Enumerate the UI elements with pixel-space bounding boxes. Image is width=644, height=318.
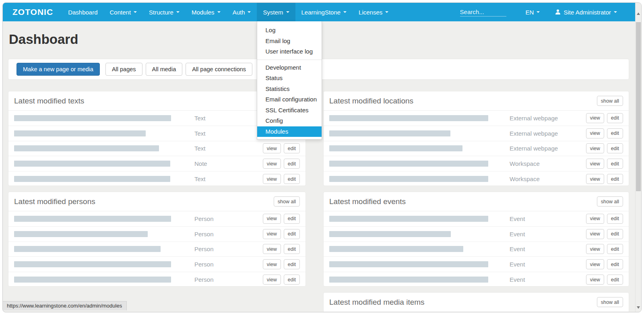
record-title-cell: [14, 231, 194, 237]
view-button[interactable]: view: [586, 174, 604, 184]
edit-button[interactable]: edit: [284, 174, 300, 184]
view-button[interactable]: view: [263, 259, 281, 269]
edit-button[interactable]: edit: [607, 113, 623, 123]
menu-item-ssl-certificates[interactable]: SSL Certificates: [257, 105, 322, 116]
caret-down-icon: [134, 11, 137, 13]
menu-item-user-interface-log[interactable]: User interface log: [257, 46, 322, 57]
edit-button[interactable]: edit: [284, 229, 300, 239]
edit-button[interactable]: edit: [607, 275, 623, 285]
nav-item-label: Content: [110, 9, 131, 16]
record-title-cell: [14, 115, 194, 121]
caret-down-icon: [176, 11, 180, 13]
nav-item-modules[interactable]: Modules: [186, 3, 227, 21]
navbar-right: EN Site Administrator: [460, 3, 617, 21]
menu-item-statistics[interactable]: Statistics: [257, 84, 322, 95]
view-button[interactable]: view: [263, 214, 281, 224]
record-type-label: External webpage: [510, 145, 586, 152]
record-row: Personviewedit: [8, 211, 305, 226]
scrollbar-thumb[interactable]: [636, 22, 641, 191]
edit-button[interactable]: edit: [607, 174, 623, 184]
menu-item-config[interactable]: Config: [257, 116, 322, 126]
all-media-button[interactable]: All media: [146, 63, 183, 76]
search-input[interactable]: [460, 8, 506, 17]
scroll-up-arrow-icon[interactable]: [637, 12, 640, 15]
show-all-button[interactable]: show all: [597, 196, 623, 206]
view-button[interactable]: view: [263, 229, 281, 239]
edit-button[interactable]: edit: [284, 159, 300, 169]
edit-button[interactable]: edit: [607, 143, 623, 153]
redacted-title-bar: [14, 115, 171, 121]
redacted-title-bar: [14, 176, 170, 182]
menu-item-email-configuration[interactable]: Email configuration: [257, 94, 322, 105]
record-row: Personviewedit: [8, 242, 305, 257]
view-button[interactable]: view: [586, 244, 604, 254]
show-all-button[interactable]: show all: [274, 196, 300, 206]
menu-item-development[interactable]: Development: [257, 62, 322, 73]
show-all-button[interactable]: show all: [597, 96, 623, 106]
record-row: Textviewedit: [8, 171, 305, 186]
edit-button[interactable]: edit: [607, 128, 623, 138]
nav-item-auth[interactable]: Auth: [227, 3, 257, 21]
edit-button[interactable]: edit: [284, 244, 300, 254]
show-all-button[interactable]: show all: [597, 297, 623, 307]
row-actions: viewedit: [263, 275, 300, 285]
user-menu[interactable]: Site Administrator: [555, 9, 617, 16]
edit-button[interactable]: edit: [607, 159, 623, 169]
record-title-cell: [14, 176, 194, 182]
edit-button[interactable]: edit: [607, 244, 623, 254]
record-type-label: Person: [194, 246, 263, 252]
view-button[interactable]: view: [586, 143, 604, 153]
nav-item-structure[interactable]: Structure: [143, 3, 186, 21]
edit-button[interactable]: edit: [284, 214, 300, 224]
view-button[interactable]: view: [263, 143, 281, 153]
panel-latest-modified-locations: Latest modified locationsshow allExterna…: [323, 91, 629, 186]
record-row: Personviewedit: [8, 272, 305, 287]
menu-item-email-log[interactable]: Email log: [257, 36, 322, 47]
view-button[interactable]: view: [586, 259, 604, 269]
edit-button[interactable]: edit: [284, 275, 300, 285]
language-menu[interactable]: EN: [526, 9, 540, 16]
view-button[interactable]: view: [263, 244, 281, 254]
all-page-connections-button[interactable]: All page connections: [186, 63, 252, 76]
view-button[interactable]: view: [263, 275, 281, 285]
nav-item-label: System: [263, 9, 283, 16]
view-button[interactable]: view: [586, 113, 604, 123]
view-button[interactable]: view: [586, 128, 604, 138]
nav-item-dashboard[interactable]: Dashboard: [62, 3, 103, 21]
menu-item-log[interactable]: Log: [257, 25, 322, 36]
make-new-page-button[interactable]: Make a new page or media: [17, 63, 100, 76]
redacted-title-bar: [14, 277, 171, 283]
redacted-title-bar: [14, 130, 146, 136]
menu-divider: [257, 60, 322, 60]
view-button[interactable]: view: [586, 229, 604, 239]
view-button[interactable]: view: [586, 275, 604, 285]
edit-button[interactable]: edit: [607, 229, 623, 239]
scroll-down-arrow-icon[interactable]: [637, 306, 640, 309]
vertical-scrollbar[interactable]: [635, 3, 641, 312]
all-pages-button[interactable]: All pages: [105, 63, 142, 76]
record-title-cell: [329, 216, 510, 222]
edit-button[interactable]: edit: [607, 214, 623, 224]
panel-header: Latest modified personsshow all: [8, 192, 305, 211]
record-title-cell: [329, 145, 510, 151]
nav-item-system[interactable]: System: [257, 3, 295, 21]
record-type-label: Text: [194, 176, 263, 182]
view-button[interactable]: view: [263, 159, 281, 169]
redacted-title-bar: [329, 261, 488, 267]
nav-item-label: Structure: [149, 9, 173, 16]
caret-down-icon: [537, 11, 540, 13]
nav-item-content[interactable]: Content: [104, 3, 143, 21]
view-button[interactable]: view: [586, 159, 604, 169]
view-button[interactable]: view: [263, 174, 281, 184]
edit-button[interactable]: edit: [284, 259, 300, 269]
right-column: Latest modified locationsshow allExterna…: [323, 91, 629, 312]
system-dropdown-menu: LogEmail logUser interface logDevelopmen…: [257, 21, 322, 140]
edit-button[interactable]: edit: [607, 259, 623, 269]
nav-item-licenses[interactable]: Licenses: [353, 3, 394, 21]
menu-item-modules[interactable]: Modules: [257, 126, 322, 137]
menu-item-status[interactable]: Status: [257, 73, 322, 84]
row-actions: viewedit: [586, 174, 623, 184]
view-button[interactable]: view: [586, 214, 604, 224]
nav-item-learningstone[interactable]: LearningStone: [295, 3, 353, 21]
edit-button[interactable]: edit: [284, 143, 300, 153]
